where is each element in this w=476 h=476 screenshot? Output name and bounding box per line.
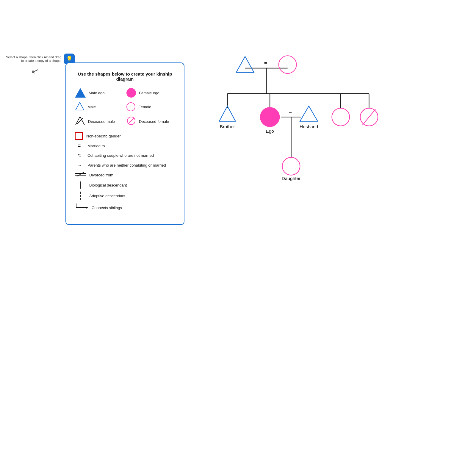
male-shape: [75, 102, 84, 112]
cohabiting-label: Cohabiting couple who are not married: [87, 153, 154, 158]
deceased-male-label: Deceased male: [88, 119, 115, 124]
legend-item-deceased-female: Deceased female: [126, 116, 175, 127]
male-ego-label: Male ego: [89, 91, 104, 95]
svg-marker-31: [300, 106, 318, 121]
deceased-female-label: Deceased female: [139, 119, 169, 124]
cohabiting-symbol: ≈: [75, 152, 84, 159]
deceased-female-shape: [126, 116, 136, 127]
svg-text:Daughter: Daughter: [282, 176, 301, 181]
legend-item-divorced: Divorced from: [75, 171, 175, 178]
female-label: Female: [138, 105, 151, 109]
svg-line-7: [77, 172, 84, 176]
hint-arrow: ↙: [30, 65, 40, 77]
adopt-desc-symbol: [79, 192, 82, 200]
married-label: Married to: [87, 144, 105, 148]
legend-item-married: = Married to: [75, 143, 175, 149]
male-label: Male: [87, 105, 96, 109]
siblings-label: Connects siblings: [92, 206, 122, 210]
neither-symbol: ∼: [75, 162, 84, 168]
legend-item-deceased-male: Deceased male: [75, 116, 123, 127]
svg-text:Husband: Husband: [300, 124, 318, 129]
legend-item-cohabiting: ≈ Cohabiting couple who are not married: [75, 152, 175, 159]
kinship-diagram: = Brother Ego = Husband Daughter: [208, 48, 416, 196]
female-ego-label: Female ego: [139, 91, 159, 95]
legend-item-male-ego: Male ego: [75, 88, 123, 98]
legend-item-neither: ∼ Parents who are neither cohabiting or …: [75, 162, 175, 168]
svg-line-4: [128, 118, 134, 124]
bio-desc-symbol: [80, 181, 81, 189]
male-ego-shape: [75, 88, 86, 98]
svg-point-25: [279, 56, 297, 73]
legend-grid: Male ego Female ego Male Female: [75, 88, 175, 127]
svg-point-28: [260, 107, 280, 127]
svg-marker-13: [86, 206, 88, 209]
legend-item-bio-desc: Biological descendant: [75, 181, 175, 189]
svg-marker-26: [219, 106, 236, 121]
svg-text:Brother: Brother: [220, 124, 235, 129]
nonspecific-shape: [75, 132, 83, 140]
svg-text:=: =: [264, 60, 267, 66]
svg-text:Ego: Ego: [266, 129, 274, 134]
legend-item-adopt-desc: Adoptive descendant: [75, 192, 175, 200]
svg-marker-0: [76, 102, 84, 110]
female-ego-shape: [126, 88, 136, 98]
bio-desc-label: Biological descendant: [89, 183, 127, 187]
svg-line-35: [363, 109, 375, 125]
kinship-svg: = Brother Ego = Husband Daughter: [208, 48, 416, 196]
legend-title: Use the shapes below to create your kins…: [75, 71, 175, 82]
legend-item-nonspecific: Non-specific gender: [75, 132, 175, 140]
nonspecific-label: Non-specific gender: [86, 134, 121, 138]
adopt-desc-label: Adoptive descendant: [89, 194, 125, 198]
hint-text: Select a shape, then click Alt and drag: [6, 55, 62, 59]
female-shape: [126, 102, 135, 111]
divorced-symbol: [75, 171, 86, 178]
siblings-symbol: [75, 203, 88, 212]
legend-item-siblings: Connects siblings: [75, 203, 175, 212]
svg-marker-24: [236, 57, 254, 73]
legend-item-female-ego: Female ego: [126, 88, 175, 98]
svg-text:=: =: [289, 111, 292, 116]
deceased-male-shape: [75, 116, 85, 127]
hint-text2: to create a copy of a shape.: [6, 59, 62, 62]
svg-line-2: [77, 118, 83, 124]
legend-card: Use the shapes below to create your kins…: [65, 62, 184, 225]
married-symbol: =: [75, 143, 84, 149]
legend-item-male: Male: [75, 102, 123, 112]
svg-point-36: [282, 157, 300, 175]
svg-point-33: [332, 108, 350, 126]
hint-container: Select a shape, then click Alt and drag …: [6, 54, 75, 76]
divorced-label: Divorced from: [89, 173, 113, 177]
neither-label: Parents who are neither cohabiting or ma…: [87, 163, 166, 167]
legend-item-female: Female: [126, 102, 175, 112]
